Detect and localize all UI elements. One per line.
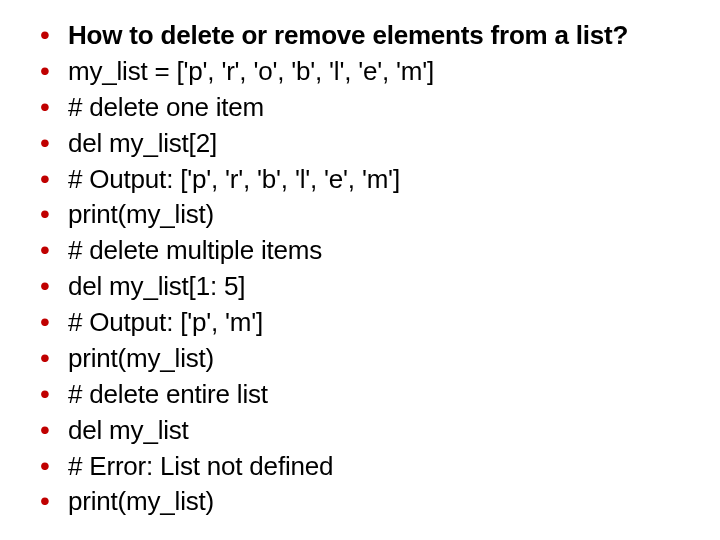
bullet-list: How to delete or remove elements from a …	[40, 18, 690, 520]
list-item-text: print(my_list)	[68, 343, 214, 373]
list-item-text: del my_list[1: 5]	[68, 271, 245, 301]
list-item-text: # Error: List not defined	[68, 451, 333, 481]
list-item-text: print(my_list)	[68, 486, 214, 516]
list-item: print(my_list)	[40, 484, 690, 520]
list-item: print(my_list)	[40, 197, 690, 233]
list-item: # delete one item	[40, 90, 690, 126]
list-item-text: How to delete or remove elements from a …	[68, 20, 628, 50]
list-item: # Output: ['p', 'm']	[40, 305, 690, 341]
list-item: How to delete or remove elements from a …	[40, 18, 690, 54]
list-item: # Error: List not defined	[40, 449, 690, 485]
list-item: del my_list[2]	[40, 126, 690, 162]
list-item-text: # Output: ['p', 'r', 'b', 'l', 'e', 'm']	[68, 164, 400, 194]
list-item: # delete entire list	[40, 377, 690, 413]
list-item-text: del my_list[2]	[68, 128, 217, 158]
list-item-text: my_list = ['p', 'r', 'o', 'b', 'l', 'e',…	[68, 56, 434, 86]
list-item: del my_list	[40, 413, 690, 449]
list-item: print(my_list)	[40, 341, 690, 377]
list-item: del my_list[1: 5]	[40, 269, 690, 305]
list-item: my_list = ['p', 'r', 'o', 'b', 'l', 'e',…	[40, 54, 690, 90]
list-item-text: # delete multiple items	[68, 235, 322, 265]
list-item-text: # delete one item	[68, 92, 264, 122]
list-item-text: # delete entire list	[68, 379, 268, 409]
list-item-text: # Output: ['p', 'm']	[68, 307, 263, 337]
list-item: # Output: ['p', 'r', 'b', 'l', 'e', 'm']	[40, 162, 690, 198]
list-item: # delete multiple items	[40, 233, 690, 269]
list-item-text: print(my_list)	[68, 199, 214, 229]
list-item-text: del my_list	[68, 415, 189, 445]
